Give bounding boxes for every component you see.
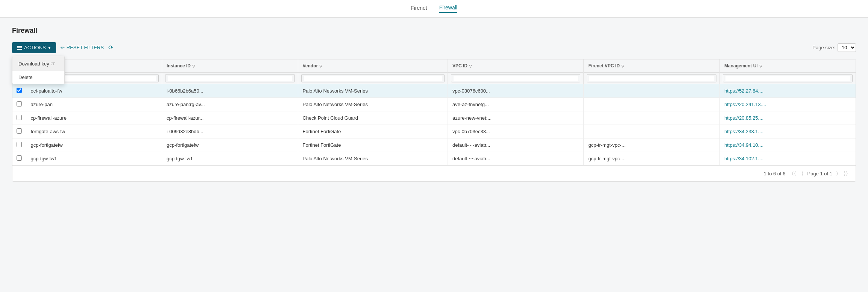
table-row: gcp-tgw-fw1gcp-tgw-fw1Palo Alto Networks…: [12, 152, 856, 166]
firenet-vpc-id-filter-icon[interactable]: ▽: [621, 64, 624, 68]
col-vendor: Vendor ▽: [298, 59, 448, 73]
row-vpc-id: vpc-03076c600...: [448, 84, 584, 98]
row-management-ui[interactable]: https://34.233.1....: [719, 125, 856, 138]
table-row: oci-paloalto-fwi-0b66b2b6a50...Palo Alto…: [12, 84, 856, 98]
row-checkbox-cell: [12, 138, 26, 152]
actions-button[interactable]: ACTIONS ▾: [12, 42, 56, 53]
filter-vpc-id-cell: [448, 73, 584, 84]
last-page-button[interactable]: ⟩⟩: [842, 169, 850, 178]
table-footer: 1 to 6 of 6 ⟨⟨ ⟨ Page 1 of 1 ⟩ ⟩⟩: [12, 165, 856, 181]
row-vpc-id: vpc-0b703ec33...: [448, 125, 584, 138]
filter-vendor-input[interactable]: [304, 76, 442, 81]
row-vendor: Fortinet FortiGate: [298, 138, 448, 152]
row-vpc-id: default-~~aviatr...: [448, 138, 584, 152]
row-name: cp-firewall-azure: [26, 111, 162, 125]
table-row: gcp-fortigatefwgcp-fortigatefwFortinet F…: [12, 138, 856, 152]
reset-filters-button[interactable]: ✏ RESET FILTERS: [61, 45, 104, 50]
filter-management-ui-input[interactable]: [725, 76, 850, 81]
row-vendor: Check Point Cloud Guard: [298, 111, 448, 125]
table-row: azure-panazure-pan:rg-av...Palo Alto Net…: [12, 98, 856, 111]
row-vendor: Palo Alto Networks VM-Series: [298, 98, 448, 111]
filter-vendor-cell: [298, 73, 448, 84]
delete-label: Delete: [18, 75, 33, 80]
reset-filters-label: RESET FILTERS: [67, 45, 104, 50]
row-checkbox[interactable]: [17, 142, 22, 147]
refresh-icon: ⟳: [108, 44, 113, 51]
page-size-select[interactable]: 10 25 50: [838, 43, 856, 52]
next-page-button[interactable]: ⟩: [835, 169, 840, 178]
cursor-icon: ☞: [50, 60, 56, 67]
table-row: fortigate-aws-fwi-009d32e8bdb...Fortinet…: [12, 125, 856, 138]
row-checkbox-cell: [12, 84, 26, 98]
row-management-ui[interactable]: https://20.85.25....: [719, 111, 856, 125]
row-firenet-vpc-id: gcp-tr-mgt-vpc-...: [584, 152, 720, 166]
row-instance-id: gcp-fortigatefw: [162, 138, 298, 152]
management-ui-filter-icon[interactable]: ▽: [759, 64, 762, 68]
filter-instance-id-cell: [162, 73, 298, 84]
row-vpc-id: ave-az-fnvnetg...: [448, 98, 584, 111]
dropdown-item-download-key[interactable]: Download key ☞: [12, 56, 64, 71]
col-instance-id: Instance ID ▽: [162, 59, 298, 73]
row-checkbox[interactable]: [17, 101, 22, 106]
nav-firewall[interactable]: Firewall: [439, 5, 457, 13]
row-management-ui[interactable]: https://20.241.13....: [719, 98, 856, 111]
row-vendor: Palo Alto Networks VM-Series: [298, 152, 448, 166]
filter-row: [12, 73, 856, 84]
main-content: Firewall ACTIONS ▾ Download key ☞ Delete…: [0, 18, 868, 291]
refresh-button[interactable]: ⟳: [108, 44, 113, 51]
page-title: Firewall: [12, 27, 856, 35]
dropdown-item-delete[interactable]: Delete: [12, 71, 64, 84]
download-key-label: Download key: [18, 61, 49, 67]
row-name: gcp-tgw-fw1: [26, 152, 162, 166]
row-instance-id: i-009d32e8bdb...: [162, 125, 298, 138]
filter-firenet-vpc-id-input[interactable]: [589, 76, 714, 81]
row-checkbox[interactable]: [17, 115, 22, 120]
row-name: gcp-fortigatefw: [26, 138, 162, 152]
prev-page-button[interactable]: ⟨: [800, 169, 805, 178]
row-firenet-vpc-id: [584, 111, 720, 125]
actions-label: ACTIONS: [24, 45, 46, 50]
row-checkbox-cell: [12, 111, 26, 125]
row-instance-id: azure-pan:rg-av...: [162, 98, 298, 111]
col-vpc-id: VPC ID ▽: [448, 59, 584, 73]
row-vendor: Palo Alto Networks VM-Series: [298, 84, 448, 98]
row-name: fortigate-aws-fw: [26, 125, 162, 138]
row-name: azure-pan: [26, 98, 162, 111]
filter-management-ui-cell: [719, 73, 856, 84]
vendor-filter-icon[interactable]: ▽: [319, 64, 322, 68]
row-management-ui[interactable]: https://34.94.10....: [719, 138, 856, 152]
row-instance-id: gcp-tgw-fw1: [162, 152, 298, 166]
row-vpc-id: default-~~aviatr...: [448, 152, 584, 166]
row-instance-id: cp-firewall-azur...: [162, 111, 298, 125]
row-checkbox[interactable]: [17, 155, 22, 161]
row-checkbox-cell: [12, 125, 26, 138]
col-firenet-vpc-id: Firenet VPC ID ▽: [584, 59, 720, 73]
row-vendor: Fortinet FortiGate: [298, 125, 448, 138]
row-firenet-vpc-id: [584, 98, 720, 111]
row-checkbox[interactable]: [17, 88, 22, 93]
row-management-ui[interactable]: https://52.27.84....: [719, 84, 856, 98]
row-checkbox-cell: [12, 98, 26, 111]
page-indicator: Page 1 of 1: [807, 171, 833, 176]
row-vpc-id: azure-new-vnet:...: [448, 111, 584, 125]
firewall-table: Name ▽ Instance ID ▽ Vendor ▽: [12, 59, 856, 182]
filter-instance-id-input[interactable]: [168, 76, 292, 81]
first-page-button[interactable]: ⟨⟨: [790, 169, 798, 178]
pagination-controls: ⟨⟨ ⟨ Page 1 of 1 ⟩ ⟩⟩: [790, 169, 850, 178]
page-size-control: Page size: 10 25 50: [812, 43, 856, 52]
vpc-id-filter-icon[interactable]: ▽: [469, 64, 472, 68]
row-checkbox[interactable]: [17, 128, 22, 134]
row-name: oci-paloalto-fw: [26, 84, 162, 98]
table-row: cp-firewall-azurecp-firewall-azur...Chec…: [12, 111, 856, 125]
row-management-ui[interactable]: https://34.102.1....: [719, 152, 856, 166]
table-header-row: Name ▽ Instance ID ▽ Vendor ▽: [12, 59, 856, 73]
row-instance-id: i-0b66b2b6a50...: [162, 84, 298, 98]
instance-id-filter-icon[interactable]: ▽: [192, 64, 195, 68]
pagination-range: 1 to 6 of 6: [764, 171, 786, 176]
row-firenet-vpc-id: [584, 125, 720, 138]
col-management-ui: Management UI ▽: [719, 59, 856, 73]
nav-firenet[interactable]: Firenet: [411, 5, 427, 12]
filter-vpc-id-input[interactable]: [454, 76, 578, 81]
actions-dropdown: Download key ☞ Delete: [12, 56, 65, 84]
toolbar: ACTIONS ▾ Download key ☞ Delete ✏ RESET …: [12, 42, 856, 53]
